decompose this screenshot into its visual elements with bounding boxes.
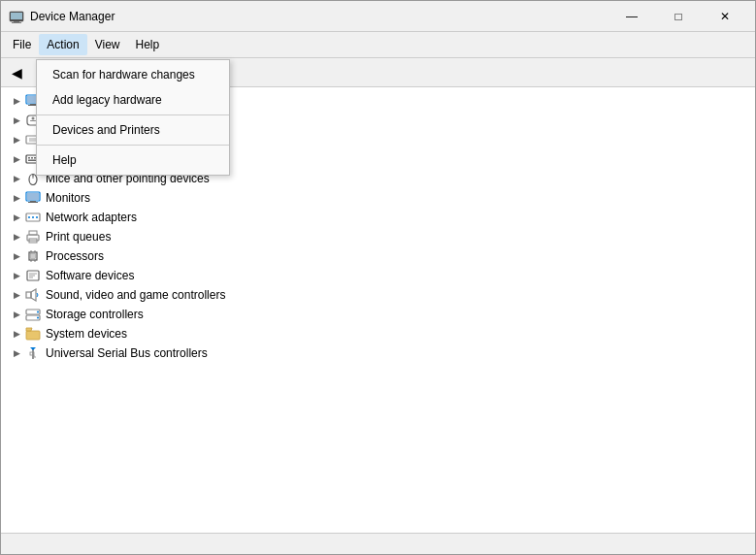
- storage-icon: [24, 307, 42, 322]
- device-item-sound[interactable]: ▶Sound, video and game controllers: [1, 285, 755, 305]
- software-icon: [24, 268, 42, 283]
- svg-rect-19: [28, 157, 30, 159]
- sound-icon: [24, 287, 42, 303]
- expand-chevron: ▶: [9, 307, 24, 322]
- device-label: System devices: [46, 327, 127, 341]
- svg-point-13: [32, 117, 35, 120]
- svg-rect-3: [12, 22, 21, 23]
- expand-chevron: ▶: [9, 113, 24, 128]
- device-item-usb[interactable]: ▶Universal Serial Bus controllers: [1, 343, 755, 363]
- system-icon: [24, 326, 42, 342]
- device-item-monitors[interactable]: ▶Monitors: [1, 188, 755, 208]
- expand-chevron: ▶: [9, 326, 24, 342]
- print-icon: [24, 229, 42, 245]
- svg-marker-54: [26, 328, 32, 331]
- expand-chevron: ▶: [9, 171, 24, 186]
- svg-point-33: [36, 216, 38, 218]
- device-label: Sound, video and game controllers: [46, 288, 225, 302]
- window-controls: — □ ✕: [609, 3, 747, 30]
- status-bar: [1, 533, 755, 554]
- device-label: Software devices: [46, 269, 134, 282]
- device-manager-window: Device Manager — □ ✕ File Action View He…: [0, 0, 756, 555]
- svg-marker-56: [30, 347, 36, 350]
- expand-chevron: ▶: [9, 248, 24, 264]
- monitors-icon: [24, 190, 42, 206]
- dropdown-separator-1: [37, 114, 229, 115]
- dropdown-devices-printers[interactable]: Devices and Printers: [37, 117, 229, 143]
- device-item-processors[interactable]: ▶Processors: [1, 246, 755, 266]
- device-item-storage[interactable]: ▶Storage controllers: [1, 305, 755, 324]
- svg-rect-47: [26, 292, 31, 298]
- expand-chevron: ▶: [9, 268, 24, 283]
- device-label: Print queues: [46, 230, 111, 244]
- dropdown-separator-2: [37, 145, 229, 146]
- svg-point-51: [37, 311, 39, 313]
- action-dropdown: Scan for hardware changes Add legacy har…: [36, 59, 230, 176]
- maximize-button[interactable]: □: [656, 3, 701, 30]
- expand-chevron: ▶: [9, 132, 24, 147]
- processors-icon: [24, 248, 42, 264]
- device-item-network[interactable]: ▶Network adapters: [1, 208, 755, 227]
- expand-chevron: ▶: [9, 229, 24, 245]
- usb-icon: [24, 345, 42, 361]
- device-label: Network adapters: [46, 211, 137, 224]
- dropdown-add-legacy[interactable]: Add legacy hardware: [37, 87, 229, 113]
- device-label: Monitors: [46, 191, 90, 205]
- svg-rect-20: [31, 157, 33, 159]
- svg-point-52: [37, 317, 39, 319]
- svg-rect-53: [26, 331, 40, 340]
- svg-rect-1: [11, 13, 22, 19]
- dropdown-scan[interactable]: Scan for hardware changes: [37, 62, 229, 87]
- device-label: Universal Serial Bus controllers: [46, 346, 208, 360]
- svg-rect-27: [27, 193, 39, 200]
- title-bar: Device Manager — □ ✕: [1, 1, 755, 32]
- window-title: Device Manager: [30, 10, 609, 23]
- menu-bar: File Action View Help Scan for hardware …: [1, 32, 755, 58]
- expand-chevron: ▶: [9, 210, 24, 225]
- app-icon: [9, 9, 24, 24]
- svg-rect-22: [28, 160, 36, 162]
- svg-point-25: [32, 175, 34, 177]
- dropdown-help[interactable]: Help: [37, 147, 229, 173]
- svg-marker-48: [31, 289, 36, 301]
- svg-rect-35: [29, 231, 37, 235]
- menu-action[interactable]: Action: [39, 34, 86, 55]
- expand-chevron: ▶: [9, 345, 24, 361]
- close-button[interactable]: ✕: [703, 3, 747, 30]
- menu-view[interactable]: View: [87, 34, 128, 55]
- svg-point-31: [28, 216, 30, 218]
- menu-file[interactable]: File: [5, 34, 39, 55]
- toolbar-back[interactable]: ◀: [5, 61, 28, 84]
- expand-chevron: ▶: [9, 93, 24, 109]
- svg-rect-29: [28, 202, 38, 203]
- svg-point-32: [32, 216, 34, 218]
- expand-chevron: ▶: [9, 190, 24, 206]
- network-icon: [24, 210, 42, 225]
- minimize-button[interactable]: —: [609, 3, 654, 30]
- device-item-software[interactable]: ▶Software devices: [1, 266, 755, 285]
- menu-help[interactable]: Help: [128, 34, 168, 55]
- device-label: Processors: [46, 249, 104, 263]
- svg-rect-38: [31, 254, 36, 259]
- device-item-print[interactable]: ▶Print queues: [1, 227, 755, 246]
- expand-chevron: ▶: [9, 151, 24, 167]
- device-label: Storage controllers: [46, 308, 144, 321]
- expand-chevron: ▶: [9, 287, 24, 303]
- device-item-system[interactable]: ▶System devices: [1, 324, 755, 343]
